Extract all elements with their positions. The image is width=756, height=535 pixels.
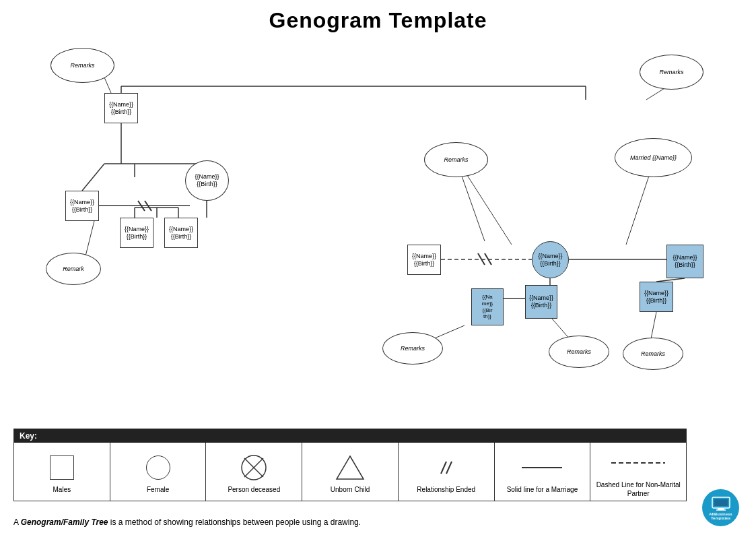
bubble-remarks-8: Remarks <box>623 338 683 370</box>
bubble-remarks-1: Remarks <box>50 48 114 83</box>
allbusiness-logo: AllBusiness Templates <box>702 489 743 530</box>
node-n5: {{Name}}{{Birth}} <box>185 160 229 201</box>
node-n10: {{Name}}{{Birth}} <box>471 288 504 325</box>
logo-circle: AllBusiness Templates <box>702 489 739 526</box>
bubble-remarks-2: Remarks <box>640 55 703 90</box>
bubble-remarks-3: Remarks <box>424 142 488 177</box>
key-solid-line: Solid line for a Marriage <box>495 443 591 501</box>
key-unborn: Unborn Child <box>302 443 399 501</box>
svg-marker-36 <box>337 456 364 479</box>
relationship-ended-icon <box>432 453 461 482</box>
key-dashed-line-label: Dashed Line for Non-Marital Partner <box>593 480 683 498</box>
bubble-remarks-7: Remarks <box>549 336 609 368</box>
page-title: Genogram Template <box>0 0 756 36</box>
node-n7: {{Name}}{{Birth}} <box>532 241 569 278</box>
unborn-icon <box>335 453 365 482</box>
dashed-line-icon <box>608 456 668 470</box>
key-dashed-line-symbol <box>608 448 668 478</box>
svg-line-16 <box>478 253 485 265</box>
node-n11: {{Name}}{{Birth}} <box>525 285 557 319</box>
node-n9: {{Name}}{{Birth}} <box>640 282 673 312</box>
key-female: Female <box>110 443 207 501</box>
node-n6: {{Name}}{{Birth}} <box>407 245 441 275</box>
node-n4: {{Name}}{{Birth}} <box>164 218 198 248</box>
node-n8: {{Name}}{{Birth}} <box>666 245 703 278</box>
key-female-label: Female <box>147 485 169 494</box>
svg-line-5 <box>82 164 104 191</box>
node-n2: {{Name}}{{Birth}} <box>65 191 99 221</box>
svg-rect-44 <box>714 499 728 506</box>
key-unborn-label: Unborn Child <box>331 485 370 494</box>
logo-monitor-icon <box>711 496 731 511</box>
key-header: Key: <box>14 429 686 443</box>
svg-line-24 <box>104 77 111 93</box>
key-relationship-ended-symbol <box>432 453 461 482</box>
svg-line-17 <box>485 253 491 265</box>
key-relationship-ended-label: Relationship Ended <box>417 485 475 494</box>
svg-line-26 <box>460 170 485 241</box>
key-deceased: Person deceased <box>206 443 302 501</box>
key-deceased-label: Person deceased <box>228 485 280 494</box>
key-males: Males <box>14 443 110 501</box>
solid-line-icon <box>518 461 565 474</box>
key-males-symbol <box>50 453 74 482</box>
key-solid-line-label: Solid line for a Marriage <box>507 485 578 494</box>
bubble-remarks-6: Remarks <box>382 332 443 365</box>
key-males-label: Males <box>53 485 71 494</box>
key-section: Key: Males Female Person dec <box>13 429 687 501</box>
key-deceased-symbol <box>240 453 267 482</box>
svg-line-13 <box>145 201 151 211</box>
key-circle-icon <box>146 455 170 480</box>
svg-line-27 <box>626 174 650 245</box>
key-dashed-line: Dashed Line for Non-Marital Partner <box>590 443 686 501</box>
footer-text-after: is a method of showing relationships bet… <box>108 517 362 527</box>
deceased-icon <box>240 454 267 481</box>
svg-line-12 <box>138 201 145 211</box>
footer-italic: Genogram/Family Tree <box>21 517 108 527</box>
bubble-married: Married {{Name}} <box>615 138 692 177</box>
key-body: Males Female Person deceased <box>14 443 686 501</box>
bubble-remark: Remark <box>46 253 101 285</box>
svg-line-37 <box>441 462 446 474</box>
key-unborn-symbol <box>335 453 365 482</box>
svg-line-38 <box>446 462 452 474</box>
logo-line2: Templates <box>711 516 730 520</box>
footer-text-before: A <box>13 517 21 527</box>
diagram-area: {{Name}}{{Birth}} {{Name}}{{Birth}} {{Na… <box>0 36 756 393</box>
node-n1: {{Name}}{{Birth}} <box>104 93 138 123</box>
key-relationship-ended: Relationship Ended <box>399 443 495 501</box>
footer-text: A Genogram/Family Tree is a method of sh… <box>13 517 361 527</box>
key-solid-line-symbol <box>518 453 565 482</box>
key-square-icon <box>50 455 74 480</box>
key-female-symbol <box>146 453 170 482</box>
node-n3: {{Name}}{{Birth}} <box>120 218 153 248</box>
